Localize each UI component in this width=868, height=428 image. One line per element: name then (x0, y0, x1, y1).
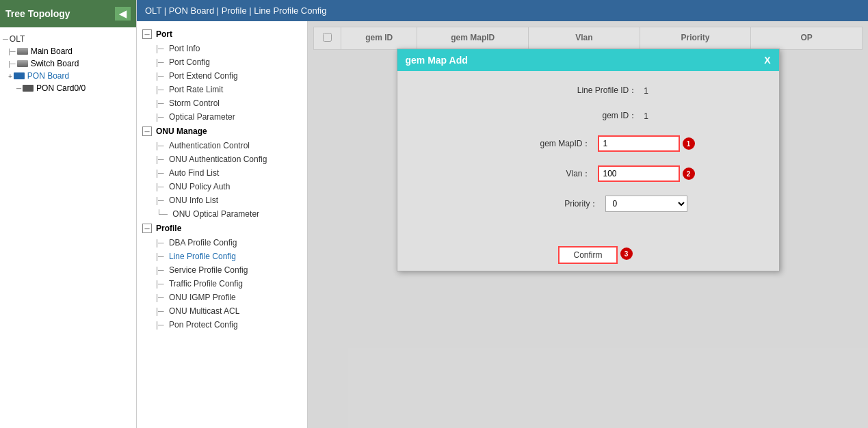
expand-profile-icon: ─ (142, 224, 152, 233)
form-row-vlan: Vlan： 2 (418, 165, 759, 182)
line-profile-id-value: 1 (644, 86, 648, 96)
nav-item-onu-igmp[interactable]: |─ ONU IGMP Profile (137, 291, 307, 304)
nav-item-auth-control[interactable]: |─ Authentication Control (137, 139, 307, 152)
sidebar-title: Tree Topology (5, 8, 70, 19)
tree-item-pon-card[interactable]: ─ PON Card0/0 (3, 82, 133, 94)
tree-label-pon-card: PON Card0/0 (36, 83, 86, 93)
leftnav: ─ Port |─ Port Info |─ Port Config |─ Po… (137, 21, 308, 428)
nav-item-port-info[interactable]: |─ Port Info (137, 42, 307, 55)
breadcrumb: OLT | PON Board | Profile | Line Profile… (137, 0, 868, 21)
expand-onu-icon: ─ (142, 126, 152, 136)
form-row-priority: Priority： 0 1 2 3 4 5 6 7 (418, 196, 759, 212)
vlan-label: Vlan： (482, 168, 591, 180)
nav-item-onu-auth-config[interactable]: |─ ONU Authentication Config (137, 152, 307, 166)
tree-item-pon-board[interactable]: + PON Board (3, 70, 133, 82)
expand-pon-board[interactable]: + (8, 72, 12, 80)
modal-close-button[interactable]: X (764, 55, 770, 66)
line-profile-id-label: Line Profile ID： (527, 85, 637, 96)
modal-footer: Confirm 3 (397, 239, 779, 271)
nav-item-line-profile[interactable]: |─ Line Profile Config (137, 250, 307, 263)
priority-label: Priority： (489, 198, 599, 210)
nav-item-traffic-profile[interactable]: |─ Traffic Profile Config (137, 277, 307, 291)
gem-id-value: 1 (644, 111, 648, 121)
nav-item-port-extend-config[interactable]: |─ Port Extend Config (137, 69, 307, 83)
gem-mapid-label: gem MapID： (482, 138, 591, 150)
expand-pon-card[interactable]: ─ (16, 85, 21, 92)
step-1-badge: 1 (683, 137, 695, 150)
board-icon-card (23, 85, 34, 92)
nav-section-onu-label: ONU Manage (156, 126, 207, 136)
step-3-badge: 3 (620, 248, 633, 260)
modal-title-text: gem Map Add (406, 55, 468, 66)
gem-mapid-input[interactable] (598, 135, 680, 152)
tree-item-main-board[interactable]: |─ Main Board (3, 45, 133, 57)
nav-section-onu-manage[interactable]: ─ ONU Manage (137, 124, 307, 139)
form-row-line-profile-id: Line Profile ID： 1 (418, 85, 759, 96)
nav-item-onu-policy-auth[interactable]: |─ ONU Policy Auth (137, 180, 307, 193)
gem-id-label: gem ID： (527, 110, 637, 122)
right-panel: gem ID gem MapID Vlan Priority OP ForoIS… (308, 21, 868, 428)
board-icon-pon (14, 72, 25, 79)
nav-item-pon-protect[interactable]: |─ Pon Protect Config (137, 318, 307, 332)
form-row-gem-mapid: gem MapID： 1 (418, 135, 759, 152)
nav-item-onu-info-list[interactable]: |─ ONU Info List (137, 193, 307, 207)
modal-body: Line Profile ID： 1 gem ID： 1 gem MapID： (397, 71, 779, 239)
tree-line-main: |─ (8, 47, 16, 55)
nav-item-auto-find-list[interactable]: |─ Auto Find List (137, 166, 307, 180)
nav-section-profile-label: Profile (156, 224, 181, 233)
tree-label-main-board: Main Board (31, 46, 73, 56)
tree-label-switch-board: Switch Board (31, 59, 79, 68)
modal-backdrop: gem Map Add X Line Profile ID： 1 gem ID：… (308, 21, 868, 428)
tree-container: ─ OLT |─ Main Board |─ Switch Board + PO… (0, 27, 136, 428)
form-row-gem-id: gem ID： 1 (418, 110, 759, 122)
tree-item-switch-board[interactable]: |─ Switch Board (3, 57, 133, 70)
nav-item-dba-profile[interactable]: |─ DBA Profile Config (137, 236, 307, 250)
content-area: ─ Port |─ Port Info |─ Port Config |─ Po… (137, 21, 868, 428)
nav-section-profile[interactable]: ─ Profile (137, 221, 307, 236)
board-icon-main (17, 48, 28, 55)
nav-item-port-config[interactable]: |─ Port Config (137, 55, 307, 69)
nav-item-onu-optical[interactable]: └─ ONU Optical Parameter (137, 207, 307, 221)
board-icon-switch (17, 60, 28, 67)
nav-section-port-label: Port (156, 29, 172, 39)
tree-expand-olt: ─ (3, 35, 8, 43)
tree-label-olt: OLT (10, 34, 25, 44)
nav-item-service-profile[interactable]: |─ Service Profile Config (137, 263, 307, 277)
sidebar-header: Tree Topology ◀ (0, 0, 136, 27)
vlan-input[interactable] (598, 165, 680, 182)
modal-title-bar: gem Map Add X (397, 49, 779, 71)
nav-item-storm-control[interactable]: |─ Storm Control (137, 96, 307, 110)
sidebar: Tree Topology ◀ ─ OLT |─ Main Board |─ S… (0, 0, 137, 428)
expand-port-icon: ─ (142, 29, 152, 39)
nav-item-port-rate-limit[interactable]: |─ Port Rate Limit (137, 83, 307, 96)
priority-select[interactable]: 0 1 2 3 4 5 6 7 (605, 196, 687, 212)
confirm-button[interactable]: Confirm (558, 246, 617, 264)
tree-line-switch: |─ (8, 59, 16, 68)
gem-map-add-modal: gem Map Add X Line Profile ID： 1 gem ID：… (397, 49, 780, 271)
main-panel: OLT | PON Board | Profile | Line Profile… (137, 0, 868, 428)
nav-item-onu-multicast[interactable]: |─ ONU Multicast ACL (137, 304, 307, 318)
nav-section-port[interactable]: ─ Port (137, 27, 307, 42)
nav-item-optical-parameter[interactable]: |─ Optical Parameter (137, 110, 307, 124)
sidebar-collapse-btn[interactable]: ◀ (115, 7, 131, 21)
tree-item-olt[interactable]: ─ OLT (3, 33, 133, 45)
step-2-badge: 2 (683, 168, 695, 180)
tree-label-pon-board: PON Board (27, 71, 69, 81)
